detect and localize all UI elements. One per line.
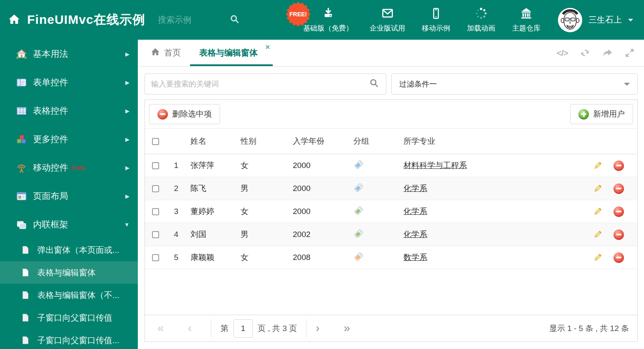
app-header: FineUIMvc在线示例 FREE! 基础版（免费） bbox=[0, 0, 644, 40]
source-code-icon[interactable]: </> bbox=[557, 48, 568, 58]
add-user-button[interactable]: 新增用户 bbox=[570, 104, 633, 124]
tab-grid-edit-window[interactable]: 表格与编辑窗体 ✕ bbox=[190, 40, 273, 66]
delete-button[interactable] bbox=[608, 229, 629, 240]
keyword-search-input[interactable] bbox=[151, 80, 369, 89]
divider bbox=[306, 319, 307, 338]
sidebar-item-form-controls[interactable]: 表单控件 ▶ bbox=[0, 68, 138, 97]
table-row[interactable]: 2 陈飞 男 2000 化学系 bbox=[145, 177, 637, 200]
tag-icon bbox=[353, 205, 364, 216]
sidebar-item-label: 移动控件 bbox=[33, 162, 68, 173]
user-menu[interactable]: 三生石上 bbox=[540, 8, 644, 32]
search-icon[interactable] bbox=[229, 14, 240, 26]
tab-label: 首页 bbox=[164, 47, 181, 59]
free-badge: FREE! bbox=[286, 2, 311, 27]
edit-button[interactable] bbox=[587, 160, 608, 171]
app-window: FineUIMvc在线示例 FREE! 基础版（免费） bbox=[0, 0, 644, 349]
expand-icon[interactable] bbox=[624, 48, 635, 58]
table-row[interactable]: 5 康颖颖 女 2008 数学系 bbox=[145, 246, 637, 269]
row-number: 5 bbox=[166, 253, 185, 262]
major-link[interactable]: 材料科学与工程系 bbox=[403, 161, 467, 170]
edit-button[interactable] bbox=[587, 252, 608, 262]
refresh-icon[interactable] bbox=[579, 47, 591, 59]
nav-basic-edition[interactable]: FREE! 基础版（免费） bbox=[303, 7, 353, 33]
first-page-button[interactable]: « bbox=[157, 323, 164, 334]
row-checkbox[interactable] bbox=[152, 162, 159, 169]
table-row[interactable]: 3 董婷婷 女 2000 化学系 bbox=[145, 200, 637, 223]
delete-button[interactable] bbox=[608, 183, 629, 194]
column-header-name[interactable]: 姓名 bbox=[185, 136, 235, 147]
share-icon[interactable] bbox=[602, 47, 613, 59]
header-search-input[interactable] bbox=[158, 15, 223, 25]
row-checkbox[interactable] bbox=[152, 254, 159, 261]
envelope-icon bbox=[381, 7, 394, 20]
nav-loading-animation[interactable]: 加载动画 bbox=[467, 7, 495, 33]
column-header-gender[interactable]: 性别 bbox=[235, 136, 287, 147]
table-row[interactable]: 1 张萍萍 女 2000 材料科学与工程系 bbox=[145, 154, 637, 177]
column-header-group[interactable]: 分组 bbox=[348, 136, 398, 147]
tag-icon bbox=[353, 182, 364, 193]
sidebar-item-label: 表单控件 bbox=[33, 76, 68, 88]
column-header-year[interactable]: 入学年份 bbox=[287, 136, 348, 147]
next-page-button[interactable]: › bbox=[316, 323, 319, 334]
edit-button[interactable] bbox=[587, 206, 608, 217]
major-link[interactable]: 化学系 bbox=[403, 184, 427, 193]
table-row[interactable]: 4 刘国 男 2002 化学系 bbox=[145, 223, 637, 246]
nav-enterprise-trial[interactable]: 企业版试用 bbox=[370, 7, 405, 33]
cell-year: 2000 bbox=[287, 161, 348, 170]
sidebar-item-inline-frames[interactable]: 内联框架 ▼ bbox=[0, 210, 138, 239]
button-label: 删除选中项 bbox=[172, 109, 212, 120]
major-link[interactable]: 化学系 bbox=[403, 207, 427, 216]
major-link[interactable]: 化学系 bbox=[403, 230, 427, 239]
keyword-search-box[interactable] bbox=[145, 74, 386, 94]
main-content: 首页 表格与编辑窗体 ✕ </> bbox=[138, 40, 644, 349]
chevron-right-icon: ▶ bbox=[125, 136, 129, 143]
sidebar-subitem-label: 子窗口向父窗口传值 bbox=[37, 312, 112, 324]
nav-mobile-demo[interactable]: 移动示例 bbox=[422, 7, 450, 33]
form-icon bbox=[16, 77, 27, 88]
cell-name: 刘国 bbox=[185, 229, 235, 240]
minus-circle-icon bbox=[614, 160, 624, 171]
delete-button[interactable] bbox=[608, 252, 629, 263]
sidebar-subitem-child-to-parent-2[interactable]: 子窗口向父窗口传值... bbox=[0, 329, 138, 349]
search-icon[interactable] bbox=[369, 78, 380, 90]
column-header-major[interactable]: 所学专业 bbox=[398, 136, 587, 147]
sidebar-item-grid-controls[interactable]: 表格控件 ▶ bbox=[0, 97, 138, 125]
nav-label: 主题仓库 bbox=[512, 23, 540, 33]
edit-button[interactable] bbox=[587, 229, 608, 239]
sidebar-subitem-label: 弹出窗体（本页面或... bbox=[37, 245, 119, 256]
sidebar-subitem-label: 表格与编辑窗体（不... bbox=[37, 290, 119, 301]
app-logo[interactable]: FineUIMvc在线示例 bbox=[0, 11, 145, 28]
close-icon[interactable]: ✕ bbox=[265, 43, 270, 51]
row-number: 3 bbox=[166, 207, 185, 216]
sidebar-subitem-popup-window[interactable]: 弹出窗体（本页面或... bbox=[0, 239, 138, 261]
tab-home[interactable]: 首页 bbox=[141, 40, 190, 66]
cell-year: 2008 bbox=[287, 253, 348, 262]
delete-button[interactable] bbox=[608, 206, 629, 217]
filter-select[interactable]: 过滤条件一 bbox=[391, 74, 638, 94]
caret-down-icon bbox=[628, 19, 633, 24]
sidebar-item-more-controls[interactable]: 更多控件 ▶ bbox=[0, 125, 138, 153]
select-all-checkbox[interactable] bbox=[152, 138, 159, 145]
nav-label: 加载动画 bbox=[467, 23, 495, 33]
sidebar-item-page-layout[interactable]: 页面布局 ▶ bbox=[0, 182, 138, 210]
major-link[interactable]: 数学系 bbox=[403, 253, 427, 262]
delete-selected-button[interactable]: 删除选中项 bbox=[149, 104, 220, 124]
row-checkbox[interactable] bbox=[152, 185, 159, 192]
page-icon bbox=[21, 336, 30, 345]
row-checkbox[interactable] bbox=[152, 208, 159, 215]
sidebar-subitem-grid-edit-window-2[interactable]: 表格与编辑窗体（不... bbox=[0, 284, 138, 306]
sidebar-item-basic-usage[interactable]: 基本用法 ▶ bbox=[0, 40, 138, 68]
last-page-button[interactable]: » bbox=[344, 323, 350, 334]
sidebar-subitem-grid-edit-window[interactable]: 表格与编辑窗体 bbox=[0, 261, 138, 284]
prev-page-button[interactable]: ‹ bbox=[188, 323, 192, 334]
sidebar-item-mobile-controls[interactable]: 移动控件 Corp. ▶ bbox=[0, 153, 138, 182]
nav-theme-repo[interactable]: 主题仓库 bbox=[512, 7, 540, 33]
page-number-input[interactable] bbox=[233, 319, 253, 338]
avatar bbox=[558, 8, 582, 32]
row-checkbox[interactable] bbox=[152, 231, 159, 238]
edit-button[interactable] bbox=[587, 183, 608, 194]
sidebar-subitem-child-to-parent[interactable]: 子窗口向父窗口传值 bbox=[0, 306, 138, 329]
delete-button[interactable] bbox=[608, 160, 629, 171]
user-name: 三生石上 bbox=[588, 14, 622, 25]
nav-label: 移动示例 bbox=[422, 23, 450, 33]
